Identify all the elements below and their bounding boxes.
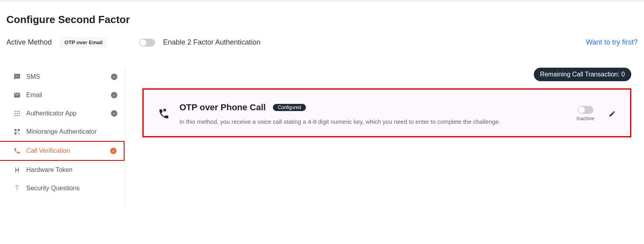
sidebar-item-hardware-token[interactable]: Hardware Token (6, 161, 125, 179)
method-card: OTP over Phone Call Configured In this m… (142, 88, 631, 137)
svg-point-4 (17, 113, 18, 114)
sidebar-item-miniorange-authenticator[interactable]: Miniorange Authenticator (6, 123, 125, 141)
sidebar-item-email[interactable]: Email (6, 86, 125, 104)
sidebar-item-label: Authenticator App (26, 110, 105, 117)
active-method-label: Active Method (6, 38, 52, 47)
qr-icon (14, 128, 21, 135)
sidebar-item-sms[interactable]: SMS (6, 68, 125, 86)
phone-call-icon (158, 108, 170, 120)
svg-point-5 (19, 113, 20, 114)
svg-rect-10 (18, 129, 20, 131)
svg-point-7 (17, 115, 18, 116)
configured-badge: Configured (273, 104, 306, 111)
sidebar-item-authenticator-app[interactable]: Authenticator App (6, 104, 125, 123)
svg-point-0 (14, 111, 16, 112)
svg-point-6 (14, 115, 16, 116)
sidebar-item-label: Miniorange Authenticator (26, 128, 117, 135)
check-icon (111, 110, 117, 117)
method-description: In this method, you receive a voice call… (179, 118, 567, 125)
sidebar-item-label: Security Questions (26, 185, 117, 192)
svg-rect-13 (19, 134, 20, 135)
sidebar-item-call-verification[interactable]: Call Verification (0, 141, 125, 161)
enable-2fa-label: Enable 2 Factor Authentication (163, 38, 261, 47)
hardware-token-icon (14, 166, 21, 174)
check-icon (111, 74, 117, 80)
phone-icon (14, 147, 21, 154)
method-title: OTP over Phone Call (179, 102, 266, 113)
svg-point-8 (19, 115, 20, 116)
svg-point-3 (14, 113, 16, 114)
active-method-badge: OTP over Email (60, 37, 107, 48)
check-icon (111, 92, 117, 98)
edit-icon[interactable] (609, 110, 616, 117)
grid-icon (14, 110, 21, 117)
svg-rect-12 (18, 133, 19, 133)
sidebar-item-label: Hardware Token (26, 166, 117, 174)
page-title: Configure Second Factor (6, 14, 638, 26)
svg-rect-11 (14, 133, 16, 135)
sidebar: SMS Email Authenticator App (6, 68, 125, 205)
main-panel: Remaining Call Transaction: 0 OTP over P… (142, 68, 638, 205)
sidebar-item-label: SMS (26, 73, 105, 80)
question-icon (14, 185, 21, 192)
sidebar-item-label: Email (26, 92, 105, 99)
check-icon (110, 148, 117, 154)
svg-point-1 (17, 111, 18, 112)
enable-2fa-toggle[interactable] (139, 39, 155, 47)
svg-point-2 (19, 111, 20, 112)
svg-rect-9 (14, 129, 16, 131)
sidebar-item-security-questions[interactable]: Security Questions (6, 179, 125, 197)
remaining-transactions-badge: Remaining Call Transaction: 0 (534, 68, 631, 81)
header-row: Active Method OTP over Email Enable 2 Fa… (6, 37, 638, 48)
method-status-text: Inactive (576, 115, 594, 121)
sidebar-item-label: Call Verification (26, 147, 105, 154)
sms-icon (14, 73, 21, 80)
try-first-link[interactable]: Want to try first? (586, 38, 638, 47)
email-icon (14, 92, 21, 99)
method-active-toggle[interactable] (578, 106, 593, 114)
